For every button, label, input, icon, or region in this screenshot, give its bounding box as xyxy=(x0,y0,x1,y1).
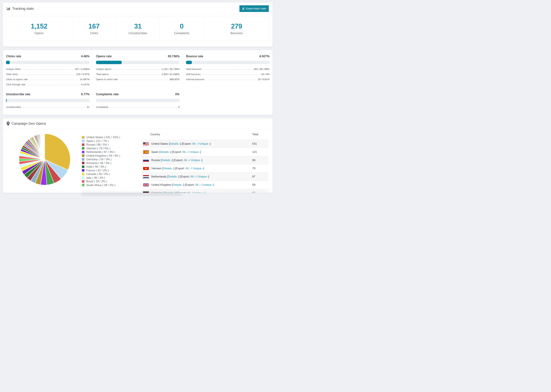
geo-card-header: Campaign Geo Opens xyxy=(3,118,273,129)
tracking-stats-card: Tracking stats Export basic stats 1,152 … xyxy=(3,2,273,47)
rate-stat-value: 242 / 86.738% xyxy=(254,68,269,70)
geo-table-row-nl: Netherlands [Details ›] [Export: All › /… xyxy=(142,172,268,181)
vn-flag-icon xyxy=(143,167,149,170)
dotted-leader xyxy=(202,75,260,75)
country-column-header: Country xyxy=(142,133,252,136)
legend-swatch xyxy=(82,158,84,161)
rate-progress-track xyxy=(96,99,179,102)
rate-progress-fill xyxy=(6,61,10,64)
legend-swatch xyxy=(82,151,84,153)
export-unique-link[interactable]: Unique › xyxy=(194,191,205,193)
total-cell: 79 xyxy=(252,167,268,170)
rate-section-clicks-rate: Clicks rate 4.46% Unique clicks 167 / 4.… xyxy=(6,55,90,87)
rate-stat-value: 167 / 4.456% xyxy=(75,68,90,70)
legend-swatch xyxy=(82,180,84,183)
rate-stat-row: Total opens 2,303 / 61.446% xyxy=(96,72,179,77)
de-flag-icon xyxy=(143,192,149,193)
legend-label: India ( 46 / 3% ) xyxy=(86,165,106,168)
rate-stat-label: Hard bounces xyxy=(186,68,201,70)
export-all-link[interactable]: All › xyxy=(182,150,187,154)
dotted-leader xyxy=(20,75,75,75)
tracking-stats-title: Tracking stats xyxy=(7,7,34,11)
export-all-link[interactable]: All › xyxy=(184,159,189,162)
rate-stat-label: Complaints xyxy=(96,106,108,108)
total-cell: 67 xyxy=(252,175,268,178)
total-cell: 55 xyxy=(252,191,268,193)
rate-stat-value: 220 / 5.87% xyxy=(76,73,90,76)
legend-swatch xyxy=(82,136,84,139)
export-unique-link[interactable]: Unique › xyxy=(198,175,208,178)
legend-item: Vietnam ( 79 / 5% ) xyxy=(82,147,141,150)
rate-stat-label: Unique clicks xyxy=(6,68,21,70)
tracking-stats-page: Tracking stats Export basic stats 1,152 … xyxy=(3,2,273,196)
legend-swatch xyxy=(82,184,84,186)
geo-table-row-ru: Russia [Details ›] [Export: All › / Uniq… xyxy=(142,156,268,164)
legend-label: South Africa ( 29 / 2% ) xyxy=(86,183,115,187)
rate-progress-fill xyxy=(96,61,122,64)
export-unique-link[interactable]: Unique › xyxy=(193,167,203,170)
export-basic-stats-button[interactable]: Export basic stats xyxy=(239,5,269,12)
page-title: Tracking stats xyxy=(12,7,34,11)
geo-table: Country Total United States [Details ›] … xyxy=(142,129,268,193)
geo-table-row-de: Germany [Details ›] [Export: All › / Uni… xyxy=(142,189,268,193)
details-link[interactable]: Details › xyxy=(160,150,170,154)
export-unique-link[interactable]: Unique › xyxy=(191,159,202,162)
legend-label: United States ( 541 / 31% ) xyxy=(86,136,120,139)
ru-flag-icon xyxy=(143,159,149,162)
export-unique-link[interactable]: Unique › xyxy=(199,142,210,145)
export-all-link[interactable]: All › xyxy=(187,191,191,193)
rate-stat-value: 31 xyxy=(87,106,90,108)
details-link[interactable]: Details › xyxy=(168,175,178,178)
bar-chart-icon xyxy=(7,7,10,10)
rate-title: Complaints rate xyxy=(96,92,119,96)
rate-stat-label: Soft bounces xyxy=(186,73,201,76)
rate-progress-fill xyxy=(6,99,7,102)
country-cell: Germany [Details ›] [Export: All › / Uni… xyxy=(151,191,252,193)
geo-pie-chart xyxy=(18,133,71,186)
legend-label: Brazil ( 33 / 2% ) xyxy=(86,180,107,183)
rate-progress-track xyxy=(6,99,90,102)
rate-stat-row: Click through rate 4.147% xyxy=(6,82,90,87)
export-all-link[interactable]: All › xyxy=(190,175,195,178)
total-cell: 541 xyxy=(252,142,268,145)
details-link[interactable]: Details › xyxy=(173,183,184,186)
country-cell: United Kingdom [Details ›] [Export: All … xyxy=(151,183,252,186)
rate-section-opens-rate: Opens rate 30.736% Unique opens 1,152 / … xyxy=(96,55,179,87)
rate-stat-label: Total clicks xyxy=(6,73,18,76)
geo-pie-wrap xyxy=(7,129,82,193)
country-cell: United States [Details ›] [Export: All ›… xyxy=(151,142,252,145)
rate-stat-label: Clicks to opens rate xyxy=(6,78,28,81)
export-unique-link[interactable]: Unique › xyxy=(202,183,213,186)
legend-label: Italy ( 36 / 2% ) xyxy=(86,176,105,179)
legend-label: Netherlands ( 67 / 4% ) xyxy=(86,150,115,154)
rate-progress-track xyxy=(186,61,269,64)
horizontal-scrollbar[interactable] xyxy=(83,194,180,196)
export-all-link[interactable]: All › xyxy=(195,183,200,186)
dotted-leader xyxy=(22,70,73,70)
export-all-link[interactable]: All › xyxy=(192,142,197,145)
geo-table-row-vn: Vietnam [Details ›] [Export: All › / Uni… xyxy=(142,164,268,172)
rate-value: 30.736% xyxy=(168,55,179,58)
rate-title: Unsubscribe rate xyxy=(6,92,30,96)
details-link[interactable]: Details › xyxy=(162,159,172,162)
us-flag-icon xyxy=(143,142,149,145)
summary-stat-unsubscribes: 31 Unsubscribes xyxy=(116,17,160,41)
details-link[interactable]: Details › xyxy=(163,167,174,170)
export-button-label: Export basic stats xyxy=(246,7,266,10)
total-column-header: Total xyxy=(252,133,268,136)
legend-label: Vietnam ( 79 / 5% ) xyxy=(86,147,110,150)
dotted-leader xyxy=(29,80,78,80)
stat-value: 31 xyxy=(116,22,160,30)
rate-stat-label: Unique opens xyxy=(96,68,111,70)
legend-item: United Kingdom ( 59 / 3% ) xyxy=(82,154,141,158)
legend-swatch xyxy=(82,140,84,142)
details-link[interactable]: Details › xyxy=(170,142,180,145)
stat-label: Opens xyxy=(6,31,72,35)
details-link[interactable]: Details › xyxy=(164,191,175,193)
rate-stat-value: 18 / 0% xyxy=(261,73,269,76)
legend-label: Spain ( 121 / 7% ) xyxy=(86,139,109,143)
export-unique-link[interactable]: Unique › xyxy=(190,150,200,154)
legend-swatch xyxy=(82,143,84,146)
export-all-link[interactable]: All › xyxy=(185,167,190,170)
rate-title: Bounce rate xyxy=(186,55,203,58)
